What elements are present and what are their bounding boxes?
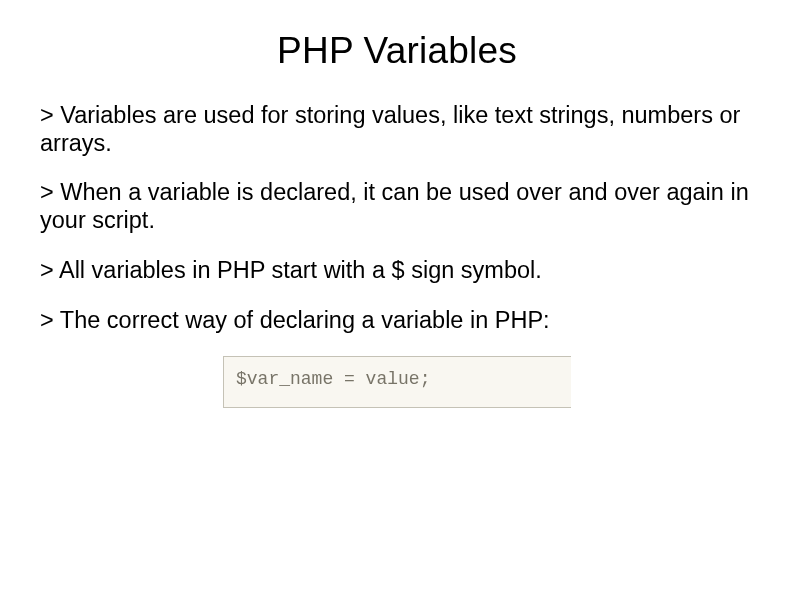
code-example: $var_name = value; [223, 356, 571, 408]
slide-title: PHP Variables [40, 30, 754, 72]
bullet-4: > The correct way of declaring a variabl… [40, 307, 754, 335]
bullet-1: > Variables are used for storing values,… [40, 102, 754, 157]
bullet-3: > All variables in PHP start with a $ si… [40, 257, 754, 285]
slide: PHP Variables > Variables are used for s… [0, 0, 794, 595]
bullet-2: > When a variable is declared, it can be… [40, 179, 754, 234]
code-example-container: $var_name = value; [40, 356, 754, 408]
